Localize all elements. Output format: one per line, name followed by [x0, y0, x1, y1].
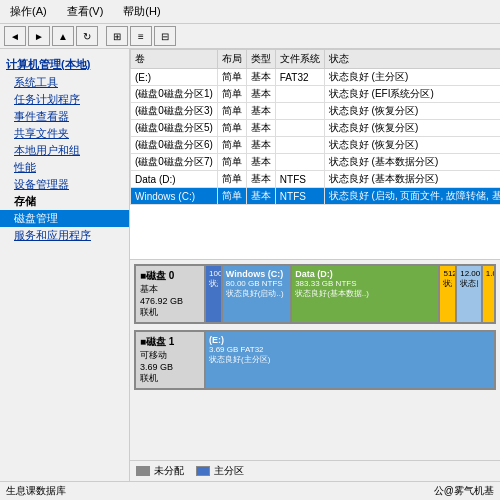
cell-status: 状态良好 (基本数据分区) [324, 154, 500, 171]
disk0-part-winc-label: Windows (C:) [226, 269, 287, 279]
toolbar-btn-2[interactable]: ≡ [130, 26, 152, 46]
disk1-partitions: (E:) 3.69 GB FAT32 状态良好(主分区) [206, 332, 494, 388]
disk1-row: ■磁盘 1 可移动 3.69 GB 联机 (E:) 3.69 GB FAT32 … [134, 330, 496, 390]
table-row[interactable]: (磁盘0磁盘分区1) 简单 基本 状态良好 (EFI系统分区) [131, 86, 501, 103]
cell-name: (磁盘0磁盘分区7) [131, 154, 218, 171]
table-row[interactable]: (磁盘0磁盘分区7) 简单 基本 状态良好 (基本数据分区) [131, 154, 501, 171]
statusbar-left: 生息课数据库 [6, 484, 66, 498]
disk1-status: 联机 [140, 372, 200, 385]
cell-layout: 简单 [217, 103, 246, 120]
disk1-part-e-size: 3.69 GB FAT32 [209, 345, 491, 354]
cell-fs [275, 120, 324, 137]
disk0-partitions: 100 状态 Windows (C:) 80.00 GB NTFS 状态良好(启… [206, 266, 494, 322]
cell-type: 基本 [246, 188, 275, 205]
col-volume[interactable]: 卷 [131, 50, 218, 69]
legend-unallocated-box [136, 466, 150, 476]
cell-fs: NTFS [275, 188, 324, 205]
sidebar-computer-header[interactable]: 计算机管理(本地) [0, 55, 129, 74]
sidebar-item-taskscheduler[interactable]: 任务计划程序 [0, 91, 129, 108]
table-row[interactable]: (E:) 简单 基本 FAT32 状态良好 (主分区) [131, 69, 501, 86]
menu-help[interactable]: 帮助(H) [117, 2, 166, 21]
disk0-part-small2[interactable]: 1.0 [483, 266, 494, 322]
col-status[interactable]: 状态 [324, 50, 500, 69]
cell-fs: NTFS [275, 171, 324, 188]
cell-layout: 简单 [217, 154, 246, 171]
table-row[interactable]: (磁盘0磁盘分区3) 简单 基本 状态良好 (恢复分区) [131, 103, 501, 120]
disk0-part-small1[interactable]: 512 ME 状态良好(恢复) [440, 266, 457, 322]
sidebar-item-performance[interactable]: 性能 [0, 159, 129, 176]
back-button[interactable]: ◄ [4, 26, 26, 46]
menu-view[interactable]: 查看(V) [61, 2, 110, 21]
legend-primary-box [196, 466, 210, 476]
cell-type: 基本 [246, 137, 275, 154]
main-area: 计算机管理(本地) 系统工具 任务计划程序 事件查看器 共享文件夹 本地用户和组… [0, 49, 500, 481]
cell-status: 状态良好 (EFI系统分区) [324, 86, 500, 103]
refresh-button[interactable]: ↻ [76, 26, 98, 46]
sidebar-item-sharedfolders[interactable]: 共享文件夹 [0, 125, 129, 142]
disk0-part-recovery[interactable]: 12.00 GB 状态良好(恢复) [457, 266, 483, 322]
disk0-part-small1-size: 512 ME [443, 269, 452, 278]
disk0-part-efi[interactable]: 100 状态 [206, 266, 223, 322]
cell-name: (磁盘0磁盘分区6) [131, 137, 218, 154]
sidebar-item-systools[interactable]: 系统工具 [0, 74, 129, 91]
disk0-part-winc[interactable]: Windows (C:) 80.00 GB NTFS 状态良好(启动..) [223, 266, 292, 322]
cell-fs [275, 154, 324, 171]
statusbar-right: 公@雾气机基 [434, 484, 494, 498]
up-button[interactable]: ▲ [52, 26, 74, 46]
cell-type: 基本 [246, 103, 275, 120]
disk0-part-recovery-size: 12.00 GB [460, 269, 478, 278]
cell-type: 基本 [246, 86, 275, 103]
disk1-part-e-label: (E:) [209, 335, 491, 345]
table-row[interactable]: Data (D:) 简单 基本 NTFS 状态良好 (基本数据分区) [131, 171, 501, 188]
legend-primary: 主分区 [196, 464, 244, 478]
menu-action[interactable]: 操作(A) [4, 2, 53, 21]
cell-layout: 简单 [217, 137, 246, 154]
main-window: 操作(A) 查看(V) 帮助(H) ◄ ► ▲ ↻ ⊞ ≡ ⊟ 计算机管理(本地… [0, 0, 500, 500]
cell-status: 状态良好 (基本数据分区) [324, 171, 500, 188]
disk1-info: ■磁盘 1 可移动 3.69 GB 联机 [136, 332, 206, 388]
disk0-part-recovery-status: 状态良好(恢复) [460, 278, 478, 289]
sidebar-item-diskmgmt[interactable]: 磁盘管理 [0, 210, 129, 227]
sidebar-item-services[interactable]: 服务和应用程序 [0, 227, 129, 244]
cell-layout: 简单 [217, 69, 246, 86]
statusbar: 生息课数据库 公@雾气机基 [0, 481, 500, 500]
disk0-type: 基本 [140, 283, 200, 296]
col-type[interactable]: 类型 [246, 50, 275, 69]
disk0-info: ■磁盘 0 基本 476.92 GB 联机 [136, 266, 206, 322]
toolbar-btn-3[interactable]: ⊟ [154, 26, 176, 46]
disk0-size: 476.92 GB [140, 296, 200, 306]
disk0-part-datad-status: 状态良好(基本数据..) [295, 288, 435, 299]
cell-type: 基本 [246, 69, 275, 86]
cell-type: 基本 [246, 171, 275, 188]
legend-unallocated-label: 未分配 [154, 464, 184, 478]
disk1-name: ■磁盘 1 [140, 335, 200, 349]
sidebar-item-localusers[interactable]: 本地用户和组 [0, 142, 129, 159]
cell-status: 状态良好 (启动, 页面文件, 故障转储, 基本数据分区) [324, 188, 500, 205]
disk0-status: 联机 [140, 306, 200, 319]
disk1-part-e[interactable]: (E:) 3.69 GB FAT32 状态良好(主分区) [206, 332, 494, 388]
forward-button[interactable]: ► [28, 26, 50, 46]
table-row[interactable]: (磁盘0磁盘分区5) 简单 基本 状态良好 (恢复分区) [131, 120, 501, 137]
disk0-part-small1-status: 状态良好(恢复) [443, 278, 452, 289]
toolbar-btn-1[interactable]: ⊞ [106, 26, 128, 46]
disk0-part-datad[interactable]: Data (D:) 383.33 GB NTFS 状态良好(基本数据..) [292, 266, 440, 322]
disk0-part-efi-status: 状态 [209, 278, 218, 289]
disk-visual-area[interactable]: ■磁盘 0 基本 476.92 GB 联机 100 状态 Windows (C:… [130, 260, 500, 460]
disk0-part-efi-size: 100 [209, 269, 218, 278]
col-fs[interactable]: 文件系统 [275, 50, 324, 69]
sidebar-item-eventviewer[interactable]: 事件查看器 [0, 108, 129, 125]
cell-layout: 简单 [217, 120, 246, 137]
sidebar-item-devicemgr[interactable]: 设备管理器 [0, 176, 129, 193]
menubar: 操作(A) 查看(V) 帮助(H) [0, 0, 500, 24]
cell-fs [275, 86, 324, 103]
table-row[interactable]: Windows (C:) 简单 基本 NTFS 状态良好 (启动, 页面文件, … [131, 188, 501, 205]
cell-name: (磁盘0磁盘分区1) [131, 86, 218, 103]
cell-type: 基本 [246, 120, 275, 137]
col-layout[interactable]: 布局 [217, 50, 246, 69]
table-row[interactable]: (磁盘0磁盘分区6) 简单 基本 状态良好 (恢复分区) [131, 137, 501, 154]
disk0-part-winc-size: 80.00 GB NTFS [226, 279, 287, 288]
disk0-part-datad-label: Data (D:) [295, 269, 435, 279]
disk-table-area[interactable]: 卷 布局 类型 文件系统 状态 (E:) 简单 基本 FAT32 状态良好 (主… [130, 49, 500, 260]
cell-fs [275, 137, 324, 154]
toolbar: ◄ ► ▲ ↻ ⊞ ≡ ⊟ [0, 24, 500, 49]
